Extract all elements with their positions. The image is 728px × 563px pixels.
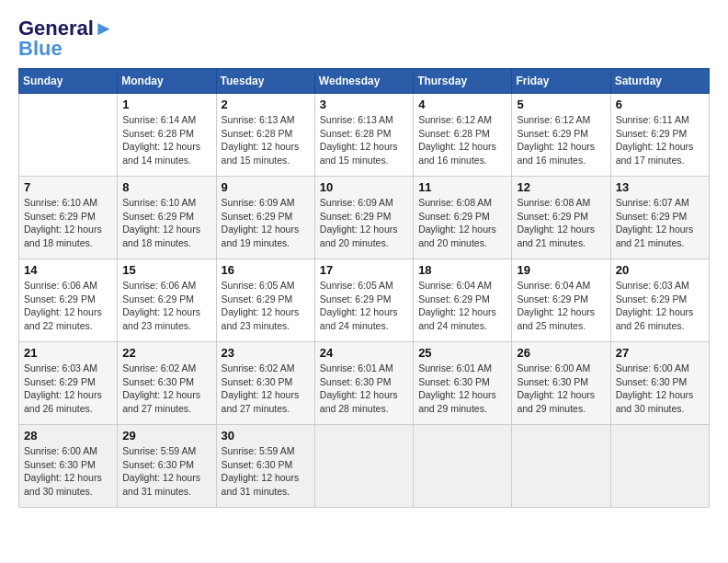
day-number: 17 <box>320 263 408 277</box>
day-info: Sunrise: 6:06 AM Sunset: 6:29 PM Dayligh… <box>122 279 210 333</box>
weekday-header-cell: Friday <box>512 69 610 94</box>
day-info: Sunrise: 6:00 AM Sunset: 6:30 PM Dayligh… <box>24 444 112 499</box>
calendar-cell: 16Sunrise: 6:05 AM Sunset: 6:29 PM Dayli… <box>216 259 314 342</box>
weekday-header-cell: Tuesday <box>216 69 314 94</box>
day-info: Sunrise: 6:10 AM Sunset: 6:29 PM Dayligh… <box>24 196 112 250</box>
calendar-cell: 30Sunrise: 5:59 AM Sunset: 6:30 PM Dayli… <box>216 425 314 508</box>
calendar-week-row: 1Sunrise: 6:14 AM Sunset: 6:28 PM Daylig… <box>19 94 710 177</box>
weekday-header-cell: Thursday <box>414 69 512 94</box>
calendar-cell: 11Sunrise: 6:08 AM Sunset: 6:29 PM Dayli… <box>414 177 512 259</box>
day-number: 28 <box>24 429 112 442</box>
weekday-header-row: SundayMondayTuesdayWednesdayThursdayFrid… <box>19 69 710 94</box>
weekday-header-cell: Saturday <box>610 69 709 94</box>
calendar-cell: 17Sunrise: 6:05 AM Sunset: 6:29 PM Dayli… <box>314 259 413 342</box>
calendar-cell: 6Sunrise: 6:11 AM Sunset: 6:29 PM Daylig… <box>610 94 709 177</box>
day-info: Sunrise: 5:59 AM Sunset: 6:30 PM Dayligh… <box>122 444 210 499</box>
calendar-cell: 22Sunrise: 6:02 AM Sunset: 6:30 PM Dayli… <box>118 342 216 425</box>
calendar-cell: 8Sunrise: 6:10 AM Sunset: 6:29 PM Daylig… <box>118 177 216 259</box>
weekday-header-cell: Wednesday <box>314 69 413 94</box>
day-number: 6 <box>616 98 704 111</box>
day-number: 2 <box>222 98 310 111</box>
calendar-cell: 26Sunrise: 6:00 AM Sunset: 6:30 PM Dayli… <box>512 342 610 425</box>
calendar-week-row: 28Sunrise: 6:00 AM Sunset: 6:30 PM Dayli… <box>19 425 710 508</box>
day-number: 16 <box>222 263 310 277</box>
day-info: Sunrise: 6:08 AM Sunset: 6:29 PM Dayligh… <box>418 196 506 250</box>
calendar-week-row: 7Sunrise: 6:10 AM Sunset: 6:29 PM Daylig… <box>19 177 710 259</box>
day-info: Sunrise: 6:06 AM Sunset: 6:29 PM Dayligh… <box>24 279 112 333</box>
day-number: 18 <box>418 263 506 277</box>
calendar-cell: 14Sunrise: 6:06 AM Sunset: 6:29 PM Dayli… <box>19 259 118 342</box>
day-info: Sunrise: 6:05 AM Sunset: 6:29 PM Dayligh… <box>320 279 408 333</box>
calendar-cell: 27Sunrise: 6:00 AM Sunset: 6:30 PM Dayli… <box>610 342 709 425</box>
day-info: Sunrise: 6:03 AM Sunset: 6:29 PM Dayligh… <box>616 279 704 333</box>
day-info: Sunrise: 6:02 AM Sunset: 6:30 PM Dayligh… <box>122 362 210 416</box>
logo: General► Blue <box>18 18 114 59</box>
day-number: 7 <box>24 180 112 194</box>
day-info: Sunrise: 6:04 AM Sunset: 6:29 PM Dayligh… <box>418 279 506 333</box>
day-number: 24 <box>320 346 408 360</box>
day-info: Sunrise: 6:03 AM Sunset: 6:29 PM Dayligh… <box>24 362 112 416</box>
day-info: Sunrise: 5:59 AM Sunset: 6:30 PM Dayligh… <box>222 444 310 499</box>
day-number: 19 <box>517 263 605 277</box>
day-info: Sunrise: 6:04 AM Sunset: 6:29 PM Dayligh… <box>517 279 605 333</box>
calendar-cell <box>610 425 709 508</box>
page-header: General► Blue <box>18 18 710 59</box>
day-info: Sunrise: 6:12 AM Sunset: 6:29 PM Dayligh… <box>517 113 605 167</box>
weekday-header-cell: Monday <box>118 69 216 94</box>
day-info: Sunrise: 6:11 AM Sunset: 6:29 PM Dayligh… <box>616 113 704 167</box>
weekday-header-cell: Sunday <box>19 69 118 94</box>
calendar-cell <box>19 94 118 177</box>
calendar-cell: 13Sunrise: 6:07 AM Sunset: 6:29 PM Dayli… <box>610 177 709 259</box>
day-info: Sunrise: 6:02 AM Sunset: 6:30 PM Dayligh… <box>222 362 310 416</box>
calendar-cell <box>512 425 610 508</box>
day-number: 9 <box>222 180 310 194</box>
day-number: 23 <box>222 346 310 360</box>
calendar-cell: 10Sunrise: 6:09 AM Sunset: 6:29 PM Dayli… <box>314 177 413 259</box>
day-number: 27 <box>616 346 704 360</box>
day-info: Sunrise: 6:14 AM Sunset: 6:28 PM Dayligh… <box>122 113 210 167</box>
calendar-table: SundayMondayTuesdayWednesdayThursdayFrid… <box>18 68 710 508</box>
calendar-cell: 3Sunrise: 6:13 AM Sunset: 6:28 PM Daylig… <box>314 94 413 177</box>
calendar-week-row: 21Sunrise: 6:03 AM Sunset: 6:29 PM Dayli… <box>19 342 710 425</box>
day-info: Sunrise: 6:00 AM Sunset: 6:30 PM Dayligh… <box>616 362 704 416</box>
day-number: 22 <box>122 346 210 360</box>
day-info: Sunrise: 6:09 AM Sunset: 6:29 PM Dayligh… <box>320 196 408 250</box>
calendar-cell: 12Sunrise: 6:08 AM Sunset: 6:29 PM Dayli… <box>512 177 610 259</box>
calendar-cell: 4Sunrise: 6:12 AM Sunset: 6:28 PM Daylig… <box>414 94 512 177</box>
day-number: 4 <box>418 98 506 111</box>
day-number: 8 <box>122 180 210 194</box>
day-info: Sunrise: 6:05 AM Sunset: 6:29 PM Dayligh… <box>222 279 310 333</box>
day-number: 1 <box>122 98 210 111</box>
day-info: Sunrise: 6:01 AM Sunset: 6:30 PM Dayligh… <box>320 362 408 416</box>
day-info: Sunrise: 6:07 AM Sunset: 6:29 PM Dayligh… <box>616 196 704 250</box>
calendar-cell: 19Sunrise: 6:04 AM Sunset: 6:29 PM Dayli… <box>512 259 610 342</box>
day-number: 11 <box>418 180 506 194</box>
day-info: Sunrise: 6:08 AM Sunset: 6:29 PM Dayligh… <box>517 196 605 250</box>
calendar-week-row: 14Sunrise: 6:06 AM Sunset: 6:29 PM Dayli… <box>19 259 710 342</box>
day-number: 3 <box>320 98 408 111</box>
day-number: 10 <box>320 180 408 194</box>
day-number: 5 <box>517 98 605 111</box>
day-info: Sunrise: 6:09 AM Sunset: 6:29 PM Dayligh… <box>222 196 310 250</box>
calendar-cell: 7Sunrise: 6:10 AM Sunset: 6:29 PM Daylig… <box>19 177 118 259</box>
day-number: 12 <box>517 180 605 194</box>
day-number: 29 <box>122 429 210 442</box>
calendar-cell: 29Sunrise: 5:59 AM Sunset: 6:30 PM Dayli… <box>118 425 216 508</box>
calendar-cell: 18Sunrise: 6:04 AM Sunset: 6:29 PM Dayli… <box>414 259 512 342</box>
day-number: 21 <box>24 346 112 360</box>
calendar-cell: 1Sunrise: 6:14 AM Sunset: 6:28 PM Daylig… <box>118 94 216 177</box>
day-info: Sunrise: 6:00 AM Sunset: 6:30 PM Dayligh… <box>517 362 605 416</box>
calendar-cell: 23Sunrise: 6:02 AM Sunset: 6:30 PM Dayli… <box>216 342 314 425</box>
day-number: 20 <box>616 263 704 277</box>
calendar-cell <box>314 425 413 508</box>
day-info: Sunrise: 6:13 AM Sunset: 6:28 PM Dayligh… <box>222 113 310 167</box>
day-info: Sunrise: 6:01 AM Sunset: 6:30 PM Dayligh… <box>418 362 506 416</box>
calendar-cell: 24Sunrise: 6:01 AM Sunset: 6:30 PM Dayli… <box>314 342 413 425</box>
calendar-cell: 21Sunrise: 6:03 AM Sunset: 6:29 PM Dayli… <box>19 342 118 425</box>
calendar-cell: 25Sunrise: 6:01 AM Sunset: 6:30 PM Dayli… <box>414 342 512 425</box>
calendar-cell: 15Sunrise: 6:06 AM Sunset: 6:29 PM Dayli… <box>118 259 216 342</box>
calendar-cell: 20Sunrise: 6:03 AM Sunset: 6:29 PM Dayli… <box>610 259 709 342</box>
day-number: 30 <box>222 429 310 442</box>
day-number: 15 <box>122 263 210 277</box>
day-info: Sunrise: 6:13 AM Sunset: 6:28 PM Dayligh… <box>320 113 408 167</box>
